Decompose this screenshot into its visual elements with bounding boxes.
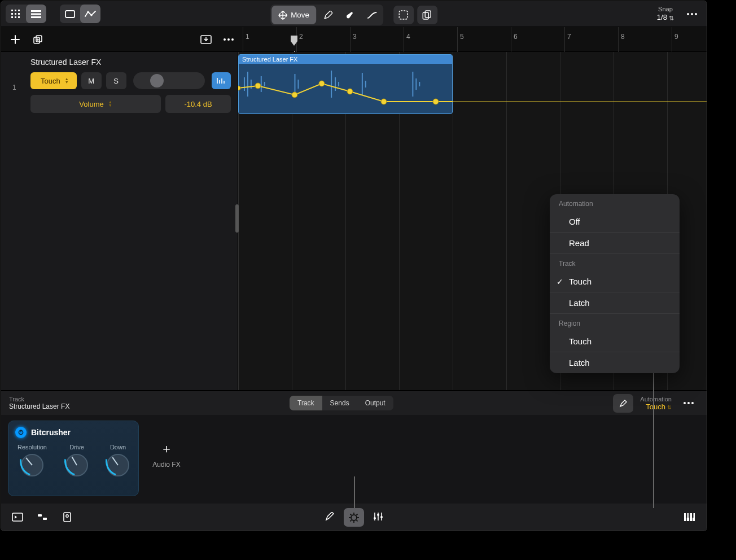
callout-line bbox=[354, 476, 355, 508]
svg-rect-16 bbox=[423, 12, 428, 19]
svg-rect-81 bbox=[692, 513, 694, 518]
solo-button[interactable]: S bbox=[106, 72, 126, 89]
svg-rect-0 bbox=[11, 10, 13, 11]
ruler-mark: 5 bbox=[460, 33, 464, 41]
svg-rect-21 bbox=[34, 37, 40, 43]
inspector-automation-value: Touch bbox=[646, 403, 665, 411]
plugin-tile[interactable]: Bitcrusher Resolution Drive Down bbox=[8, 421, 139, 496]
automation-param-select[interactable]: Volume ▲▼ bbox=[30, 95, 161, 113]
waveform-icon bbox=[239, 66, 452, 102]
inspector-automation-display[interactable]: Automation Touch ⇅ bbox=[640, 396, 672, 411]
seg-track[interactable]: Track bbox=[290, 396, 322, 410]
smart-controls-button[interactable] bbox=[344, 508, 364, 527]
pencil-tool-button[interactable] bbox=[318, 6, 338, 24]
ruler-mark: 7 bbox=[567, 33, 571, 41]
list-view-button[interactable] bbox=[26, 5, 46, 23]
chevron-updown-icon: ⇅ bbox=[667, 405, 672, 410]
inspector-section-label: Track bbox=[9, 396, 69, 403]
duplicate-track-button[interactable] bbox=[29, 31, 46, 48]
inspector-more-button[interactable] bbox=[678, 394, 699, 413]
snap-display[interactable]: Snap 1/8 ⇅ bbox=[657, 6, 677, 22]
mixer-button[interactable] bbox=[34, 509, 51, 526]
popover-item-track-touch[interactable]: ✓Touch bbox=[550, 271, 680, 292]
ruler-mark: 2 bbox=[299, 33, 303, 41]
svg-rect-9 bbox=[31, 10, 41, 12]
playhead[interactable] bbox=[290, 36, 299, 47]
svg-point-19 bbox=[691, 13, 693, 15]
popover-item-track-latch[interactable]: Latch bbox=[550, 292, 680, 313]
popover-item-read[interactable]: Read bbox=[550, 232, 680, 253]
snap-label: Snap bbox=[657, 6, 674, 13]
copy-tool-button[interactable] bbox=[417, 6, 437, 24]
brush-tool-button[interactable] bbox=[340, 6, 360, 24]
svg-line-68 bbox=[356, 514, 357, 515]
svg-rect-7 bbox=[15, 16, 16, 18]
svg-rect-77 bbox=[690, 513, 692, 521]
grid-view-button[interactable] bbox=[6, 5, 26, 23]
inspector-track-name: Structured Laser FX bbox=[9, 403, 69, 410]
inspector-segment: Track Sends Output bbox=[290, 396, 393, 410]
inspector-automation-label: Automation bbox=[640, 396, 672, 403]
svg-rect-10 bbox=[31, 13, 41, 15]
more-menu-button[interactable] bbox=[682, 5, 702, 23]
add-track-button[interactable] bbox=[7, 31, 24, 48]
scrollbar-thumb[interactable] bbox=[235, 204, 239, 233]
move-tool-label: Move bbox=[291, 11, 309, 19]
volume-fader[interactable] bbox=[133, 72, 205, 89]
popover-item-region-latch[interactable]: Latch bbox=[550, 352, 680, 373]
notepad-button[interactable] bbox=[59, 509, 76, 526]
curve-tool-button[interactable] bbox=[362, 6, 382, 24]
popover-item-region-touch[interactable]: Touch bbox=[550, 331, 680, 352]
knob-label: Drive bbox=[69, 444, 84, 450]
inspector-edit-button[interactable] bbox=[613, 394, 633, 413]
mute-button[interactable]: M bbox=[81, 72, 102, 89]
check-icon: ✓ bbox=[557, 277, 563, 286]
automation-view-button[interactable] bbox=[80, 5, 100, 23]
automation-param-value[interactable]: -10.4 dB bbox=[165, 95, 231, 113]
svg-rect-2 bbox=[18, 10, 20, 11]
automation-mode-button[interactable]: Touch ▲▼ bbox=[30, 72, 77, 89]
plugin-knob-drive[interactable]: Drive bbox=[65, 444, 88, 476]
svg-rect-3 bbox=[11, 13, 13, 15]
audio-clip[interactable]: Structured Laser FX bbox=[238, 54, 453, 114]
automation-mode-label: Touch bbox=[41, 77, 60, 85]
seg-output[interactable]: Output bbox=[357, 396, 393, 410]
library-button[interactable] bbox=[9, 509, 26, 526]
marquee-tool-button[interactable] bbox=[393, 6, 414, 24]
popover-section-automation: Automation bbox=[550, 194, 680, 211]
plugin-name: Bitcrusher bbox=[31, 428, 71, 437]
svg-point-14 bbox=[90, 14, 92, 16]
svg-point-26 bbox=[231, 38, 234, 41]
snap-value: 1/8 bbox=[657, 13, 667, 21]
clip-name: Structured Laser FX bbox=[239, 55, 452, 64]
ruler-mark: 6 bbox=[514, 33, 518, 41]
svg-rect-57 bbox=[43, 518, 47, 520]
svg-point-74 bbox=[380, 516, 383, 518]
move-tool-button[interactable]: Move bbox=[271, 6, 316, 24]
keyboard-button[interactable] bbox=[682, 509, 699, 526]
timeline-ruler[interactable]: 1 2 3 4 5 6 7 8 9 bbox=[243, 27, 701, 52]
import-button[interactable] bbox=[198, 31, 214, 48]
plugin-power-button[interactable] bbox=[15, 427, 27, 438]
svg-line-65 bbox=[351, 514, 352, 515]
svg-point-24 bbox=[224, 38, 226, 41]
plugin-knob-resolution[interactable]: Resolution bbox=[17, 444, 47, 476]
fader-knob[interactable] bbox=[150, 74, 164, 88]
popover-item-off[interactable]: Off bbox=[550, 211, 680, 232]
svg-rect-80 bbox=[689, 513, 690, 518]
controls-sliders-button[interactable] bbox=[370, 508, 387, 525]
plugin-knob-down[interactable]: Down bbox=[107, 444, 129, 476]
svg-line-67 bbox=[351, 520, 352, 521]
region-automation-toggle[interactable] bbox=[212, 72, 231, 89]
callout-line bbox=[653, 359, 654, 508]
track-index: 1 bbox=[12, 84, 16, 91]
edit-pencil-button[interactable] bbox=[321, 508, 338, 525]
svg-point-20 bbox=[695, 13, 697, 15]
ruler-mark: 8 bbox=[621, 33, 625, 41]
svg-rect-8 bbox=[18, 16, 20, 18]
region-view-button[interactable] bbox=[60, 5, 80, 23]
svg-rect-11 bbox=[31, 16, 41, 18]
seg-sends[interactable]: Sends bbox=[322, 396, 357, 410]
track-options-button[interactable] bbox=[220, 31, 237, 48]
add-audio-fx-button[interactable]: ＋ Audio FX bbox=[147, 432, 186, 477]
